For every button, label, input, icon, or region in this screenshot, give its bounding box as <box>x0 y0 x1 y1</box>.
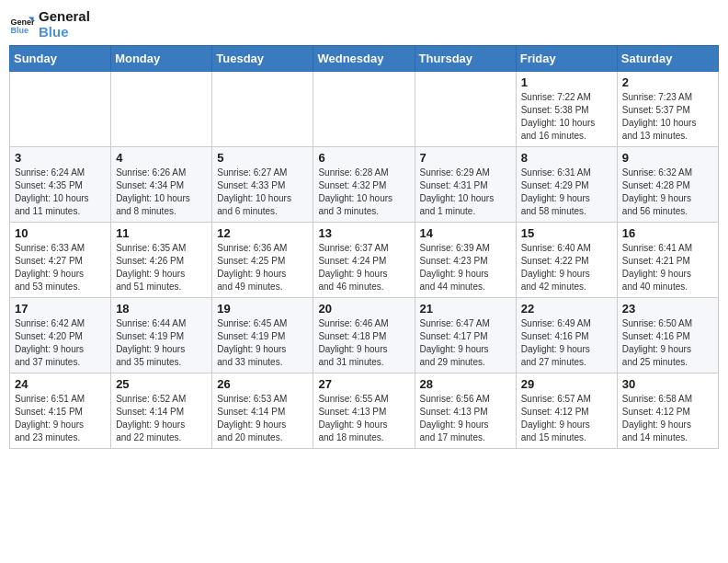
day-info: Sunrise: 6:37 AM Sunset: 4:24 PM Dayligh… <box>318 242 409 293</box>
calendar-cell: 30Sunrise: 6:58 AM Sunset: 4:12 PM Dayli… <box>617 373 718 449</box>
day-info: Sunrise: 6:27 AM Sunset: 4:33 PM Dayligh… <box>217 167 308 218</box>
calendar-cell: 22Sunrise: 6:49 AM Sunset: 4:16 PM Dayli… <box>516 298 617 373</box>
calendar-cell: 11Sunrise: 6:35 AM Sunset: 4:26 PM Dayli… <box>111 223 212 298</box>
day-info: Sunrise: 6:33 AM Sunset: 4:27 PM Dayligh… <box>15 242 106 293</box>
calendar-cell <box>415 72 516 147</box>
day-info: Sunrise: 6:28 AM Sunset: 4:32 PM Dayligh… <box>318 167 409 218</box>
day-info: Sunrise: 7:22 AM Sunset: 5:38 PM Dayligh… <box>521 91 612 143</box>
calendar-cell: 24Sunrise: 6:51 AM Sunset: 4:15 PM Dayli… <box>10 373 111 449</box>
day-info: Sunrise: 6:52 AM Sunset: 4:14 PM Dayligh… <box>116 393 207 444</box>
day-info: Sunrise: 6:29 AM Sunset: 4:31 PM Dayligh… <box>420 167 511 218</box>
day-number: 28 <box>420 377 511 391</box>
day-number: 11 <box>116 226 207 240</box>
calendar-cell <box>313 72 415 147</box>
calendar-cell: 9Sunrise: 6:32 AM Sunset: 4:28 PM Daylig… <box>617 147 718 223</box>
calendar-cell: 7Sunrise: 6:29 AM Sunset: 4:31 PM Daylig… <box>415 147 516 223</box>
day-number: 18 <box>116 302 207 316</box>
day-info: Sunrise: 6:24 AM Sunset: 4:35 PM Dayligh… <box>15 167 106 218</box>
calendar-cell <box>111 72 212 147</box>
day-info: Sunrise: 6:47 AM Sunset: 4:17 PM Dayligh… <box>420 317 511 369</box>
calendar-cell <box>10 72 111 147</box>
day-info: Sunrise: 6:32 AM Sunset: 4:28 PM Dayligh… <box>622 167 713 218</box>
day-number: 21 <box>420 302 511 316</box>
day-info: Sunrise: 6:41 AM Sunset: 4:21 PM Dayligh… <box>622 242 713 293</box>
calendar-cell: 12Sunrise: 6:36 AM Sunset: 4:25 PM Dayli… <box>212 223 313 298</box>
day-number: 26 <box>217 377 308 391</box>
day-number: 16 <box>622 226 713 240</box>
day-info: Sunrise: 6:50 AM Sunset: 4:16 PM Dayligh… <box>622 317 713 369</box>
day-number: 20 <box>318 302 409 316</box>
day-info: Sunrise: 6:56 AM Sunset: 4:13 PM Dayligh… <box>420 393 511 444</box>
day-info: Sunrise: 6:45 AM Sunset: 4:19 PM Dayligh… <box>217 317 308 369</box>
calendar-cell: 2Sunrise: 7:23 AM Sunset: 5:37 PM Daylig… <box>617 72 718 147</box>
week-row-4: 24Sunrise: 6:51 AM Sunset: 4:15 PM Dayli… <box>10 373 719 449</box>
weekday-header-wednesday: Wednesday <box>313 46 415 72</box>
calendar-cell: 4Sunrise: 6:26 AM Sunset: 4:34 PM Daylig… <box>111 147 212 223</box>
day-info: Sunrise: 6:42 AM Sunset: 4:20 PM Dayligh… <box>15 317 106 369</box>
day-number: 13 <box>318 226 409 240</box>
calendar-cell: 29Sunrise: 6:57 AM Sunset: 4:12 PM Dayli… <box>516 373 617 449</box>
calendar-table: SundayMondayTuesdayWednesdayThursdayFrid… <box>9 45 719 449</box>
day-number: 10 <box>15 226 106 240</box>
day-number: 5 <box>217 151 308 165</box>
calendar-cell: 18Sunrise: 6:44 AM Sunset: 4:19 PM Dayli… <box>111 298 212 373</box>
day-info: Sunrise: 6:58 AM Sunset: 4:12 PM Dayligh… <box>622 393 713 444</box>
calendar-cell: 28Sunrise: 6:56 AM Sunset: 4:13 PM Dayli… <box>415 373 516 449</box>
day-info: Sunrise: 6:40 AM Sunset: 4:22 PM Dayligh… <box>521 242 612 293</box>
weekday-header-saturday: Saturday <box>617 46 718 72</box>
day-info: Sunrise: 6:46 AM Sunset: 4:18 PM Dayligh… <box>318 317 409 369</box>
calendar-cell: 20Sunrise: 6:46 AM Sunset: 4:18 PM Dayli… <box>313 298 415 373</box>
day-number: 4 <box>116 151 207 165</box>
day-info: Sunrise: 6:35 AM Sunset: 4:26 PM Dayligh… <box>116 242 207 293</box>
calendar-cell: 3Sunrise: 6:24 AM Sunset: 4:35 PM Daylig… <box>10 147 111 223</box>
calendar-cell: 16Sunrise: 6:41 AM Sunset: 4:21 PM Dayli… <box>617 223 718 298</box>
calendar-cell: 13Sunrise: 6:37 AM Sunset: 4:24 PM Dayli… <box>313 223 415 298</box>
day-number: 22 <box>521 302 612 316</box>
day-number: 27 <box>318 377 409 391</box>
calendar-cell: 19Sunrise: 6:45 AM Sunset: 4:19 PM Dayli… <box>212 298 313 373</box>
day-number: 14 <box>420 226 511 240</box>
calendar-cell: 14Sunrise: 6:39 AM Sunset: 4:23 PM Dayli… <box>415 223 516 298</box>
day-number: 23 <box>622 302 713 316</box>
day-number: 3 <box>15 151 106 165</box>
day-info: Sunrise: 6:53 AM Sunset: 4:14 PM Dayligh… <box>217 393 308 444</box>
weekday-header-friday: Friday <box>516 46 617 72</box>
week-row-1: 3Sunrise: 6:24 AM Sunset: 4:35 PM Daylig… <box>10 147 719 223</box>
svg-text:Blue: Blue <box>10 26 28 35</box>
calendar-cell: 27Sunrise: 6:55 AM Sunset: 4:13 PM Dayli… <box>313 373 415 449</box>
week-row-3: 17Sunrise: 6:42 AM Sunset: 4:20 PM Dayli… <box>10 298 719 373</box>
day-number: 30 <box>622 377 713 391</box>
day-number: 19 <box>217 302 308 316</box>
logo-icon: General Blue <box>9 12 35 38</box>
day-info: Sunrise: 6:26 AM Sunset: 4:34 PM Dayligh… <box>116 167 207 218</box>
day-number: 15 <box>521 226 612 240</box>
calendar-cell: 10Sunrise: 6:33 AM Sunset: 4:27 PM Dayli… <box>10 223 111 298</box>
day-info: Sunrise: 6:55 AM Sunset: 4:13 PM Dayligh… <box>318 393 409 444</box>
day-number: 17 <box>15 302 106 316</box>
day-number: 6 <box>318 151 409 165</box>
calendar-cell: 26Sunrise: 6:53 AM Sunset: 4:14 PM Dayli… <box>212 373 313 449</box>
calendar-cell: 25Sunrise: 6:52 AM Sunset: 4:14 PM Dayli… <box>111 373 212 449</box>
day-number: 2 <box>622 75 713 89</box>
day-number: 9 <box>622 151 713 165</box>
calendar-cell: 23Sunrise: 6:50 AM Sunset: 4:16 PM Dayli… <box>617 298 718 373</box>
calendar-cell: 5Sunrise: 6:27 AM Sunset: 4:33 PM Daylig… <box>212 147 313 223</box>
logo: General Blue General Blue <box>9 9 90 40</box>
weekday-header-thursday: Thursday <box>415 46 516 72</box>
day-info: Sunrise: 6:49 AM Sunset: 4:16 PM Dayligh… <box>521 317 612 369</box>
day-info: Sunrise: 6:31 AM Sunset: 4:29 PM Dayligh… <box>521 167 612 218</box>
day-number: 29 <box>521 377 612 391</box>
calendar-cell: 6Sunrise: 6:28 AM Sunset: 4:32 PM Daylig… <box>313 147 415 223</box>
day-info: Sunrise: 6:36 AM Sunset: 4:25 PM Dayligh… <box>217 242 308 293</box>
weekday-header-sunday: Sunday <box>10 46 111 72</box>
week-row-2: 10Sunrise: 6:33 AM Sunset: 4:27 PM Dayli… <box>10 223 719 298</box>
calendar-cell <box>212 72 313 147</box>
calendar-cell: 8Sunrise: 6:31 AM Sunset: 4:29 PM Daylig… <box>516 147 617 223</box>
day-number: 1 <box>521 75 612 89</box>
calendar-cell: 1Sunrise: 7:22 AM Sunset: 5:38 PM Daylig… <box>516 72 617 147</box>
weekday-header-tuesday: Tuesday <box>212 46 313 72</box>
day-info: Sunrise: 6:51 AM Sunset: 4:15 PM Dayligh… <box>15 393 106 444</box>
day-number: 25 <box>116 377 207 391</box>
day-number: 7 <box>420 151 511 165</box>
logo-text-blue: Blue <box>39 25 90 40</box>
